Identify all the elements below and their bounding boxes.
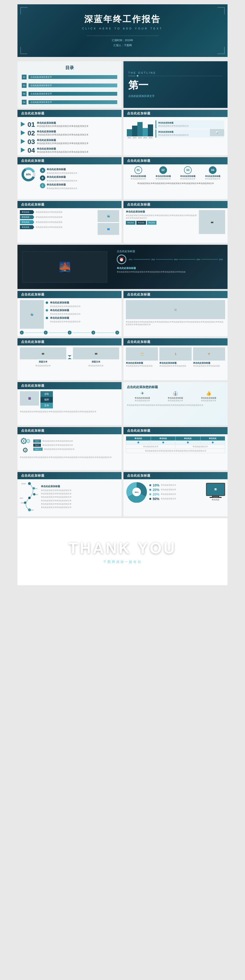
buttons-image: 🌆	[20, 391, 39, 406]
image-row: 🌆 进取 视野 竞争	[20, 391, 119, 409]
pct-item-1: 10% 单击此处添加文本	[149, 483, 204, 487]
labeled-image-2: 🏃	[159, 347, 191, 361]
table-content: 单击此处 单击此处 单击此处 单击此处 🔷 🔷 🔷 🔷 单击此处添加文本	[124, 434, 228, 455]
slide-timeline-chart: 点击此处加标题 2011 2012 2013 2014	[124, 110, 228, 155]
section-en: THE OUTLINE	[128, 71, 223, 74]
text-col: 单击此处添加标题 单击此处添加文本单击此处添加文本单击此处添加文本单击此处添加文…	[126, 210, 197, 234]
svg-point-8	[24, 501, 26, 504]
image-placeholder-1: 🏙️	[98, 210, 119, 222]
action-button-1[interactable]: 进取	[40, 391, 53, 397]
section-cn: 第一	[128, 78, 223, 92]
play-icon-1	[21, 122, 25, 127]
gears-content: ⚙ ⚙ ⚙ TEXT 单击此处添加文本单击此处添加文本 TEXT 单击此处添加文…	[18, 434, 121, 456]
slide-row-7: 点击此处加标题 🏙️ 单击此处添加标题单击此处添加文本单击此处添加文本 单击此处…	[18, 291, 228, 336]
table-row-3: 单击此处添加文本单击此处添加文本单击此处添加文本单击此处添加文本	[126, 449, 225, 453]
svg-text:2016: 2016	[30, 509, 34, 511]
arc-text-list: 单击此处添加文本单击此处添加文本 单击此处添加文本单击此处添加文本 单击此处添加…	[41, 489, 119, 509]
play-text-2: 单击此处添加标题单击此处添加文本单击此处添加文本单击此处添加文本	[37, 130, 89, 136]
gear-text-list: TEXT 单击此处添加文本单击此处添加文本 TEXT 单击此处添加文本单击此处添…	[33, 439, 119, 452]
svg-text:2012: 2012	[34, 488, 38, 489]
toc-list: 01 点击此处添加目录文字 02 点击此处添加目录文字 03 点击此处添加目录文…	[22, 73, 117, 106]
slide-fold-boxes: 点击此处加标题 📸 深蓝文本 单击此处添加文本 📸 深蓝文本 单击此处添加文本	[18, 338, 121, 380]
play-icon-4	[21, 148, 25, 153]
play-num-3: 03	[27, 138, 35, 145]
text-image-content: 单击此处添加标题 单击此处添加文本单击此处添加文本单击此处添加文本单击此处添加文…	[124, 208, 228, 236]
step-numbers: 1 2 3 4 5	[18, 331, 121, 336]
thankyou-sub: 千图网感谢一路有你	[103, 560, 142, 564]
slide-header-3: 点击此处加标题	[18, 110, 121, 117]
bar-item-1: 2011	[127, 129, 132, 138]
toc-item-2: 02 点击此处添加目录文字	[22, 83, 117, 88]
buttons-content: 🌆 进取 视野 竞争 单击此处添加文本单击此处添加文本单击此处添加文本单击此处添…	[18, 389, 121, 415]
slide-pie-chart: 点击此处加标题 50% 10% 单击此处添加文本 2	[124, 472, 228, 516]
button-list: 进取 视野 竞争	[40, 391, 53, 409]
slide-row-11: 点击此处加标题 2011年 2012 2013 2014 2015 2016 单…	[18, 472, 228, 516]
slide-circles: 点击此处加标题 01 单击此处添加标题 单击此处添加文本 02 单击此处添加标题…	[124, 157, 228, 199]
section-divider-row	[128, 75, 223, 76]
table-row-2: 单击此处添加文本 单击此处添加文本	[126, 445, 225, 449]
slide-header-10: 点击此处加标题	[18, 291, 121, 298]
play-list: 01 单击此处添加标题单击此处添加文本单击此处添加文本单击此处添加文本 02 单…	[18, 117, 121, 155]
circle-item-2: 02 单击此处添加标题 单击此处添加文本	[152, 166, 174, 180]
slide-section-header: THE OUTLINE 第一 点击此处添加目录文字	[124, 61, 228, 108]
table-row-1: 🔷 🔷 🔷 🔷	[126, 441, 225, 445]
svg-text:50%: 50%	[135, 491, 138, 493]
dot-timeline-content: 🏙️ 单击此处添加标题单击此处添加文本单击此处添加文本 单击此处添加标题单击此处…	[18, 298, 121, 331]
play-item-3: 03 单击此处添加标题单击此处添加文本单击此处添加文本单击此处添加文本	[21, 138, 118, 145]
dark-text: 单击此处添加标题 单击此处添加文本单击此处添加文本单击此处添加文本单击此处添加文…	[117, 267, 223, 273]
arc-svg: 2011年 2012 2013 2014 2015 2016	[20, 481, 39, 512]
dark-right: 点击此处加标题 ⏰ 2011 2012 2013 2014 2015 单击此处添…	[112, 245, 228, 289]
monitor-label: 单击此处	[206, 498, 225, 501]
slide-icon-cards: 点击此处添加您的标题 ✈ 单击此处添加标题 单击此处添加文本 👔 单击此处添加标…	[124, 382, 228, 425]
section-click-text: 点击此处添加目录文字	[128, 94, 223, 98]
slide-arc-timeline: 点击此处加标题 2011年 2012 2013 2014 2015 2016 单…	[18, 472, 121, 516]
slide-header-14: 点击此处加标题	[18, 382, 121, 389]
abc-a: A 单击此处添加标题单击此处添加文本单击此处添加文本	[40, 168, 118, 174]
image-placeholder-3: 📸	[199, 210, 225, 234]
slide-header-6: 点击此处加标题	[124, 157, 228, 164]
arrow-item-4: 单击此处 单击此处添加文本单击此处添加	[20, 225, 96, 229]
arc-content: 2011年 2012 2013 2014 2015 2016 单击此处添加标题 …	[18, 479, 121, 514]
dot-item-1: 单击此处添加标题单击此处添加文本单击此处添加文本	[46, 301, 119, 308]
label-col-2: 🏃 单击此处添加标题 单击此处添加文本单击此处添加	[159, 347, 191, 367]
slide-row-10: 点击此处加标题 ⚙ ⚙ ⚙ TEXT 单击此处添加文本单击此处添加文本 TEXT	[18, 427, 228, 470]
pct-item-3: 20% 单击此处添加文本	[149, 492, 204, 496]
circle-item-3: 03 单击此处添加标题 单击此处添加文本	[177, 166, 199, 180]
chart-desc: 单击此处添加标题 单击此处添加文本单击此处添加文本 单击此处添加标题 单击此处添…	[156, 119, 224, 138]
arrow-item-3: 单击此处 单击此处添加文本单击此处添加	[20, 220, 96, 224]
action-button-2[interactable]: 视野	[40, 397, 53, 402]
label-col-3: 🏋️ 单击此处添加标题 单击此处添加文本单击此处添加	[193, 347, 225, 367]
slide-header-15: 点击此处加标题	[18, 427, 121, 434]
plane-icon: ✈	[141, 391, 144, 396]
arrow-item-2: 单击此处 单击此处添加文本单击此处添加	[20, 215, 96, 219]
play-text-3: 单击此处添加标题单击此处添加文本单击此处添加文本单击此处添加文本	[37, 138, 89, 145]
slide-header-18: 点击此处加标题	[124, 472, 228, 479]
slide-row-8: 点击此处加标题 📸 深蓝文本 单击此处添加文本 📸 深蓝文本 单击此处添加文本 …	[18, 338, 228, 380]
labeled-image-1: 🌅	[126, 347, 158, 361]
corner-decoration-bl	[20, 47, 27, 54]
cloud-7	[142, 576, 180, 585]
slide-title: 深蓝年终工作报告 CLICK HERE TO ADD YOUR TEXT 汇报时…	[18, 4, 228, 57]
corner-decoration-tr	[218, 7, 225, 14]
gear-icon-2: ⚙	[25, 438, 31, 445]
dark-header: 点击此处加标题	[117, 250, 223, 253]
corner-decoration-tl	[20, 7, 27, 14]
thumb-icon: 👍	[206, 391, 211, 396]
gear-row: ⚙ ⚙	[20, 436, 31, 446]
building-content: 🏢 单击此处添加文本单击此处添加文本单击此处添加文本单击此处添加文本单击此处添加…	[124, 298, 228, 328]
image-col: 🏙️ 👥	[98, 210, 119, 235]
slide-dot-timeline: 点击此处加标题 🏙️ 单击此处添加标题单击此处添加文本单击此处添加文本 单击此处…	[18, 291, 121, 336]
circle-item-4: 04 单击此处添加标题 单击此处添加文本	[202, 166, 223, 180]
labeled-content: 🌅 单击此处添加标题 单击此处添加文本单击此处添加 🏃 单击此处添加标题 单击此…	[124, 345, 228, 369]
small-boxes: 单击此处 单击此处 单击此处	[126, 221, 197, 225]
fold-image-1: 📸	[20, 347, 66, 360]
action-button-3[interactable]: 竞争	[40, 402, 53, 409]
bar-item-4: 2014	[143, 128, 148, 138]
bar-item-5: 2015	[148, 124, 153, 138]
cloud-9	[197, 576, 228, 585]
fold-image-2: 📸	[73, 347, 119, 360]
toc-item-4: 04 点击此处添加目录文字	[22, 100, 117, 105]
slide-toc: 目录 01 点击此处添加目录文字 02 点击此处添加目录文字 03 点击此处添加…	[18, 61, 121, 108]
svg-text:2013: 2013	[35, 494, 38, 495]
gears-footer-text: 单击此处添加文本单击此处添加文本单击此处添加文本单击此处添加文本单击此处添加文本…	[18, 456, 121, 461]
